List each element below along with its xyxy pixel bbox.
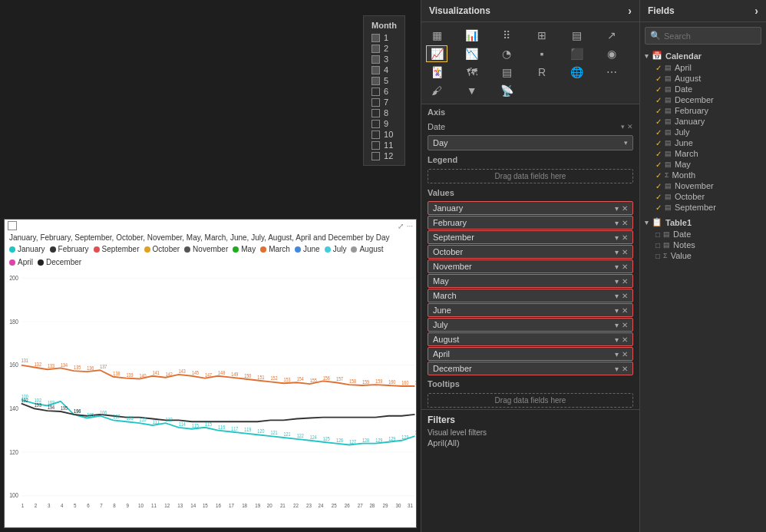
value-close-icon[interactable]: ✕ [622, 306, 628, 315]
viz-icon-more[interactable]: ⋯ [601, 64, 622, 81]
viz-icon-funnel[interactable]: ⬛ [566, 45, 588, 62]
month-checkbox[interactable] [371, 77, 380, 85]
axis-value-box[interactable]: Day ▾ [428, 135, 633, 150]
chart-resize-handle[interactable] [8, 221, 17, 230]
tooltips-drag-target[interactable]: Drag data fields here [428, 393, 633, 408]
value-close-icon[interactable]: ✕ [622, 277, 628, 286]
viz-icon-r[interactable]: R [531, 64, 553, 81]
fields-item[interactable]: ✓▤June [643, 137, 763, 148]
value-chevron-icon[interactable]: ▾ [615, 248, 619, 256]
fields-item[interactable]: □▤Date [643, 229, 763, 240]
month-checkbox[interactable] [371, 55, 380, 64]
viz-icon-map[interactable]: 🗺 [461, 64, 483, 81]
value-row[interactable]: June▾✕ [428, 303, 633, 317]
value-chevron-icon[interactable]: ▾ [615, 233, 619, 242]
month-checkbox[interactable] [371, 120, 380, 128]
value-close-icon[interactable]: ✕ [622, 219, 628, 227]
month-checkbox[interactable] [371, 141, 380, 150]
value-close-icon[interactable]: ✕ [622, 350, 628, 359]
value-close-icon[interactable]: ✕ [622, 365, 628, 373]
visualizations-expand-icon[interactable]: › [628, 5, 632, 17]
fields-item[interactable]: □▤Notes [643, 240, 763, 250]
value-close-icon[interactable]: ✕ [622, 233, 628, 242]
value-row[interactable]: August▾✕ [428, 332, 633, 346]
value-row[interactable]: April▾✕ [428, 347, 633, 361]
fields-item[interactable]: ✓▤March [643, 148, 763, 159]
viz-icon-globe[interactable]: 🌐 [566, 64, 588, 81]
value-chevron-icon[interactable]: ▾ [615, 350, 619, 359]
viz-icon-analytics[interactable]: 📡 [496, 82, 517, 99]
value-row[interactable]: October▾✕ [428, 245, 633, 259]
fields-item[interactable]: ✓▤January [643, 116, 763, 127]
value-row[interactable]: February▾✕ [428, 216, 633, 230]
viz-icon-gauge[interactable]: ◉ [601, 45, 622, 62]
value-row[interactable]: January▾✕ [428, 201, 633, 215]
fields-item[interactable]: □ΣValue [643, 250, 763, 261]
month-checkbox[interactable] [371, 34, 380, 42]
month-checkbox[interactable] [371, 88, 380, 96]
month-checkbox[interactable] [371, 45, 380, 53]
search-input[interactable] [664, 31, 756, 41]
value-chevron-icon[interactable]: ▾ [615, 306, 619, 315]
fields-group-header[interactable]: ▾📅Calendar [643, 49, 763, 62]
value-chevron-icon[interactable]: ▾ [615, 204, 619, 213]
month-checkbox[interactable] [371, 66, 380, 74]
month-checkbox[interactable] [371, 109, 380, 117]
value-close-icon[interactable]: ✕ [622, 248, 628, 256]
viz-icon-bar[interactable]: ▦ [426, 27, 447, 44]
fields-item[interactable]: ✓▤May [643, 159, 763, 170]
value-chevron-icon[interactable]: ▾ [615, 292, 619, 300]
axis-field-row: Date ▾ ✕ [421, 120, 639, 134]
viz-icon-matrix[interactable]: ▤ [566, 27, 588, 44]
viz-icon-filter[interactable]: ▼ [461, 82, 483, 99]
viz-icon-slicer[interactable]: ▤ [496, 64, 517, 81]
fields-expand-icon[interactable]: › [754, 5, 758, 17]
viz-icon-card[interactable]: 🃏 [426, 64, 447, 81]
legend-drag-target[interactable]: Drag data fields here [428, 169, 633, 183]
viz-icon-kpi[interactable]: ↗ [601, 27, 622, 44]
fields-item[interactable]: ✓▤November [643, 180, 763, 191]
value-row[interactable]: March▾✕ [428, 289, 633, 302]
value-row[interactable]: September▾✕ [428, 230, 633, 244]
fields-item[interactable]: ✓▤Date [643, 84, 763, 94]
chart-more-icon[interactable]: ··· [407, 222, 413, 230]
fields-item[interactable]: ✓ΣMonth [643, 170, 763, 180]
value-row[interactable]: July▾✕ [428, 318, 633, 332]
value-close-icon[interactable]: ✕ [622, 321, 628, 329]
fields-item[interactable]: ✓▤April [643, 62, 763, 73]
viz-icon-treemap[interactable]: ▪ [531, 45, 553, 62]
value-close-icon[interactable]: ✕ [622, 204, 628, 213]
value-chevron-icon[interactable]: ▾ [615, 263, 619, 271]
value-close-icon[interactable]: ✕ [622, 263, 628, 271]
value-chevron-icon[interactable]: ▾ [615, 277, 619, 286]
viz-icon-pie[interactable]: ◔ [496, 45, 517, 62]
value-row[interactable]: December▾✕ [428, 362, 633, 375]
value-close-icon[interactable]: ✕ [622, 335, 628, 344]
fields-item[interactable]: ✓▤August [643, 73, 763, 84]
fields-item[interactable]: ✓▤October [643, 191, 763, 202]
value-row[interactable]: May▾✕ [428, 274, 633, 288]
viz-icon-format[interactable]: 🖌 [426, 82, 447, 99]
viz-icon-line[interactable]: 📈 [426, 45, 447, 62]
chart-expand-icon[interactable]: ⤢ [398, 222, 404, 230]
fields-item[interactable]: ✓▤July [643, 127, 763, 137]
fields-item[interactable]: ✓▤February [643, 105, 763, 116]
viz-icon-bar2[interactable]: 📊 [461, 27, 483, 44]
month-checkbox[interactable] [371, 131, 380, 139]
value-close-icon[interactable]: ✕ [622, 292, 628, 300]
month-checkbox[interactable] [371, 152, 380, 160]
month-checkbox[interactable] [371, 98, 380, 107]
fields-item[interactable]: ✓▤September [643, 202, 763, 213]
value-chevron-icon[interactable]: ▾ [615, 335, 619, 344]
viz-icon-area[interactable]: 📉 [461, 45, 483, 62]
viz-icon-table[interactable]: ⊞ [531, 27, 553, 44]
value-chevron-icon[interactable]: ▾ [615, 321, 619, 329]
fields-group-header[interactable]: ▾📋Table1 [643, 216, 763, 229]
axis-field-chevron[interactable]: ▾ ✕ [621, 123, 633, 131]
fields-search-box[interactable]: 🔍 [645, 27, 761, 45]
value-row[interactable]: November▾✕ [428, 259, 633, 273]
viz-icon-scatter[interactable]: ⠿ [496, 27, 517, 44]
value-chevron-icon[interactable]: ▾ [615, 219, 619, 227]
value-chevron-icon[interactable]: ▾ [615, 365, 619, 373]
fields-item[interactable]: ✓▤December [643, 94, 763, 105]
